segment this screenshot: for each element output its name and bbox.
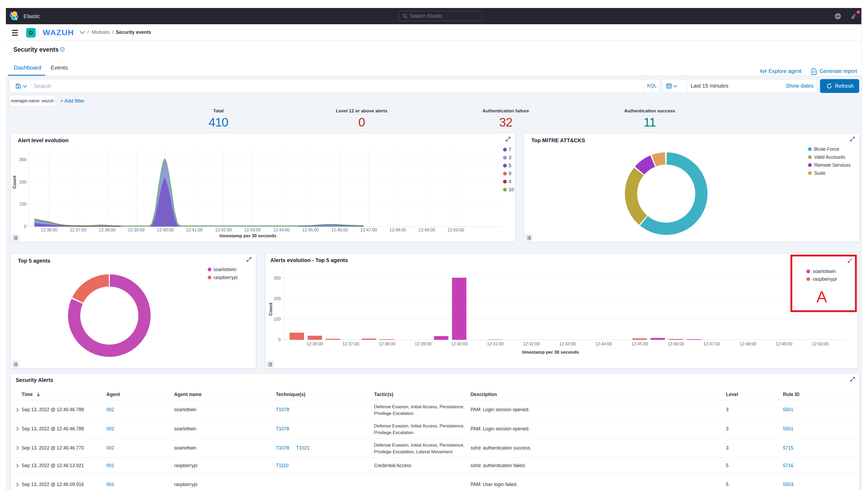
svg-text:12:48:00: 12:48:00	[740, 342, 756, 346]
svg-text:12:38:00: 12:38:00	[379, 342, 395, 346]
svg-text:0: 0	[24, 224, 26, 229]
svg-text:12:42:00: 12:42:00	[523, 342, 539, 346]
svg-text:soarlottwin: soarlottwin	[214, 267, 237, 272]
svg-text:12:41:00: 12:41:00	[487, 342, 503, 346]
svg-text:12:50:00: 12:50:00	[448, 228, 464, 232]
svg-text:9: 9	[509, 171, 511, 176]
svg-text:Sudo: Sudo	[814, 170, 825, 176]
svg-text:12:40:00: 12:40:00	[157, 228, 174, 232]
svg-text:12:48:00: 12:48:00	[390, 228, 406, 232]
svg-text:200: 200	[19, 180, 26, 184]
svg-text:12:44:00: 12:44:00	[595, 342, 612, 346]
svg-text:Count: Count	[12, 175, 17, 188]
svg-text:12:38:00: 12:38:00	[99, 228, 115, 232]
svg-text:0: 0	[278, 337, 281, 342]
svg-text:12:50:00: 12:50:00	[812, 342, 829, 346]
svg-text:100: 100	[273, 317, 281, 322]
svg-text:3: 3	[509, 155, 511, 160]
svg-text:12:46:00: 12:46:00	[667, 342, 684, 346]
svg-text:7: 7	[509, 147, 511, 152]
svg-text:Brute Force: Brute Force	[814, 146, 839, 152]
svg-text:12:41:00: 12:41:00	[186, 228, 203, 232]
svg-text:Remote Services: Remote Services	[814, 162, 851, 168]
svg-text:300: 300	[273, 276, 281, 280]
svg-text:100: 100	[19, 202, 26, 206]
svg-text:Count: Count	[268, 303, 273, 316]
svg-text:300: 300	[19, 157, 26, 162]
svg-text:200: 200	[273, 297, 281, 301]
svg-text:12:36:00: 12:36:00	[41, 228, 57, 232]
svg-text:12:47:00: 12:47:00	[703, 342, 720, 346]
svg-text:12:40:00: 12:40:00	[451, 342, 468, 346]
svg-text:12:45:00: 12:45:00	[302, 228, 319, 232]
svg-text:12:46:00: 12:46:00	[331, 228, 348, 232]
svg-text:12:39:00: 12:39:00	[415, 342, 431, 346]
svg-text:timestamp per 30 seconds: timestamp per 30 seconds	[219, 233, 277, 238]
svg-text:12:47:00: 12:47:00	[360, 228, 377, 232]
svg-text:12:39:00: 12:39:00	[128, 228, 144, 232]
svg-text:12:43:00: 12:43:00	[244, 228, 261, 232]
svg-text:raspberrypi: raspberrypi	[214, 275, 238, 280]
svg-text:10: 10	[509, 187, 514, 192]
svg-text:4: 4	[509, 179, 511, 184]
svg-text:12:37:00: 12:37:00	[343, 342, 359, 346]
svg-text:5: 5	[509, 163, 511, 168]
svg-text:12:49:00: 12:49:00	[419, 228, 435, 232]
svg-text:12:37:00: 12:37:00	[70, 228, 86, 232]
svg-text:12:36:00: 12:36:00	[307, 342, 323, 346]
svg-text:timestamp per 30 seconds: timestamp per 30 seconds	[522, 350, 579, 355]
svg-text:12:42:00: 12:42:00	[215, 228, 232, 232]
svg-text:12:43:00: 12:43:00	[559, 342, 576, 346]
svg-text:Valid Accounts: Valid Accounts	[814, 155, 845, 160]
svg-text:12:49:00: 12:49:00	[776, 342, 792, 346]
svg-text:12:45:00: 12:45:00	[631, 342, 648, 346]
svg-text:12:44:00: 12:44:00	[273, 228, 290, 232]
